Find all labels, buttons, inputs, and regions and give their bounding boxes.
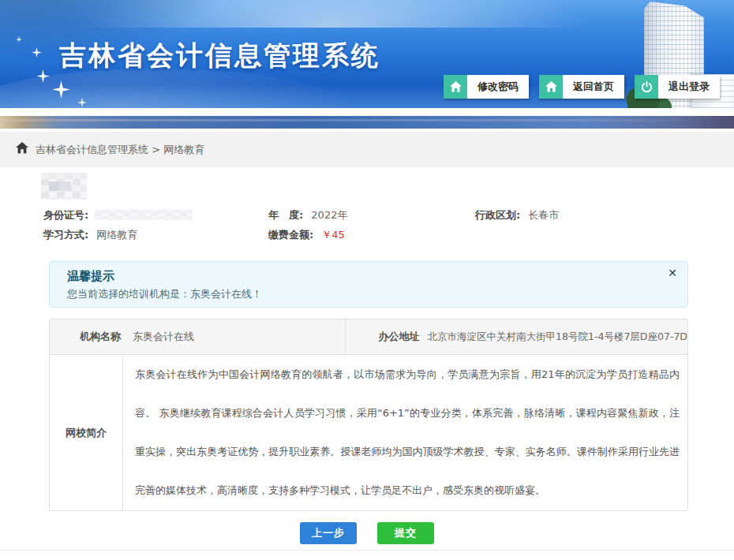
redacted-id-number [95, 210, 193, 220]
org-name-cell: 机构名称 东奥会计在线 [50, 319, 346, 354]
org-address-label: 办公地址 [379, 330, 420, 344]
site-title: 吉林省会计信息管理系统 [59, 38, 380, 74]
table-row: 机构名称 东奥会计在线 办公地址 北京市海淀区中关村南大街甲18号院1-4号楼7… [50, 319, 687, 355]
power-icon [635, 75, 658, 99]
header-buttons: 修改密码 返回首页 退出登录 [444, 75, 720, 99]
sparkle-icon [16, 36, 22, 43]
region-field: 行政区划: 长春市 [475, 208, 691, 222]
change-password-label: 修改密码 [467, 75, 529, 99]
year-value: 2022年 [311, 209, 347, 221]
logout-label: 退出登录 [658, 75, 720, 99]
study-method-field: 学习方式: 网络教育 [43, 228, 268, 242]
home-icon [539, 75, 563, 99]
org-address-cell: 办公地址 北京市海淀区中关村南大街甲18号院1-4号楼7层D座07-7D [346, 319, 687, 354]
table-row: 网校简介 东奥会计在线作为中国会计网络教育的领航者，以市场需求为导向，学员满意为… [50, 355, 687, 510]
id-number-field: 身份证号: [43, 208, 268, 222]
breadcrumb-text: 吉林省会计信息管理系统 > 网络教育 [36, 143, 204, 157]
form-actions: 上一步 提交 [0, 522, 734, 544]
region-label: 行政区划: [475, 209, 520, 221]
return-home-label: 返回首页 [563, 75, 624, 99]
org-info-table: 机构名称 东奥会计在线 办公地址 北京市海淀区中关村南大街甲18号院1-4号楼7… [49, 319, 688, 511]
org-name-label: 机构名称 [80, 330, 121, 344]
home-icon[interactable] [16, 142, 28, 157]
home-icon [444, 75, 467, 99]
year-field: 年 度: 2022年 [268, 208, 475, 222]
header-curve-decor [0, 69, 363, 108]
amount-field: 缴费金额: ￥45 [268, 228, 475, 242]
header-photo-strip [0, 116, 734, 129]
study-method-label: 学习方式: [43, 229, 88, 241]
amount-value: ￥45 [321, 229, 345, 241]
submit-button[interactable]: 提交 [377, 522, 434, 544]
sparkle-icon [32, 47, 42, 58]
amount-label: 缴费金额: [268, 229, 313, 241]
region-value: 长春市 [528, 209, 559, 221]
previous-step-button[interactable]: 上一步 [300, 522, 357, 544]
id-number-label: 身份证号: [43, 209, 88, 221]
study-method-value: 网络教育 [96, 229, 137, 241]
header-banner: 吉林省会计信息管理系统 修改密码 返回首页 [0, 0, 734, 108]
org-address-value: 北京市海淀区中关村南大街甲18号院1-4号楼7层D座07-7D [428, 330, 687, 344]
logout-button[interactable]: 退出登录 [635, 75, 720, 99]
user-info-section: 身份证号: 年 度: 2022年 行政区划: 长春市 学习方式: 网络教育 缴费… [43, 208, 691, 242]
redacted-user-name [41, 173, 87, 200]
page: 吉林省会计信息管理系统 修改密码 返回首页 [0, 0, 734, 560]
bottom-divider [0, 550, 734, 551]
breadcrumb: 吉林省会计信息管理系统 > 网络教育 [0, 132, 734, 167]
notice-box: 温馨提示 您当前选择的培训机构是：东奥会计在线！ ✕ [49, 261, 688, 308]
close-icon[interactable]: ✕ [668, 267, 677, 278]
org-name-value: 东奥会计在线 [133, 330, 194, 344]
org-intro-label: 网校简介 [50, 355, 123, 510]
year-label: 年 度: [268, 209, 303, 221]
org-intro-text: 东奥会计在线作为中国会计网络教育的领航者，以市场需求为导向，学员满意为宗旨，用2… [123, 355, 687, 510]
notice-title: 温馨提示 [67, 269, 687, 284]
notice-message: 您当前选择的培训机构是：东奥会计在线！ [67, 287, 687, 301]
change-password-button[interactable]: 修改密码 [444, 75, 529, 99]
return-home-button[interactable]: 返回首页 [539, 75, 624, 99]
